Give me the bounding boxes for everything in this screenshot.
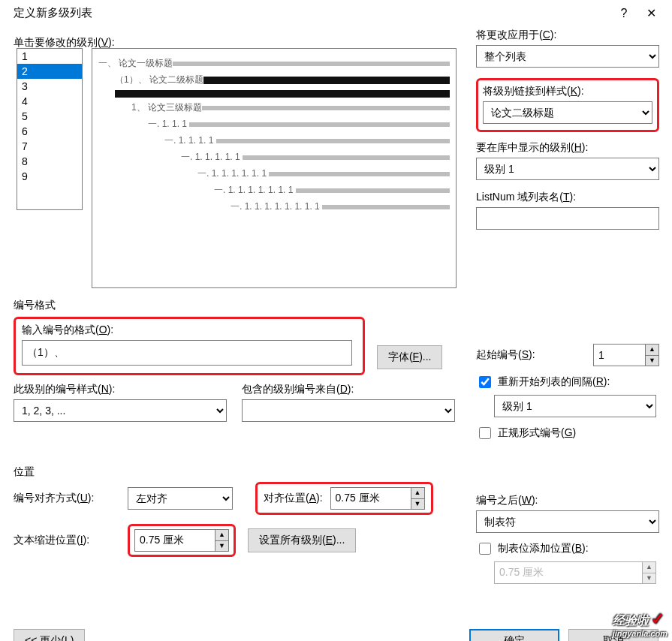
- level-item[interactable]: 4: [17, 94, 82, 109]
- aligned-at-label: 对齐位置(A):: [264, 492, 323, 505]
- start-at-spinner[interactable]: ▲▼: [645, 345, 658, 366]
- level-listbox[interactable]: 123456789: [17, 48, 83, 210]
- link-style-label: 将级别链接到样式(K):: [483, 85, 652, 98]
- link-style-highlight: 将级别链接到样式(K): 论文二级标题: [476, 78, 659, 132]
- listnum-label: ListNum 域列表名(T):: [476, 191, 659, 204]
- apply-to-select[interactable]: 整个列表: [476, 45, 659, 68]
- legal-format-checkbox[interactable]: [479, 427, 491, 439]
- level-item[interactable]: 6: [17, 124, 82, 139]
- tab-stop-checkbox[interactable]: [479, 543, 491, 555]
- number-alignment-label: 编号对齐方式(U):: [14, 492, 119, 505]
- aligned-at-highlight: 对齐位置(A): ▲▼: [255, 482, 433, 515]
- include-level-select[interactable]: [242, 399, 455, 422]
- level-item[interactable]: 1: [17, 49, 82, 64]
- preview-pane: 一、 论文一级标题 （1）、 论文二级标题 1、 论文三级标题 一. 1. 1.…: [92, 48, 457, 288]
- level-item[interactable]: 5: [17, 109, 82, 124]
- level-item[interactable]: 7: [17, 139, 82, 154]
- legal-format-label: 正规形式编号(G): [498, 426, 576, 440]
- include-level-label: 包含的级别编号来自(D):: [242, 383, 455, 396]
- restart-checkbox[interactable]: [479, 376, 491, 388]
- listnum-input[interactable]: [476, 207, 659, 230]
- text-indent-highlight: ▲▼: [128, 524, 236, 557]
- help-button[interactable]: ?: [610, 7, 637, 20]
- position-section: 位置: [14, 465, 659, 479]
- follow-number-label: 编号之后(W):: [476, 494, 659, 507]
- restart-level-select[interactable]: 级别 1: [494, 395, 656, 417]
- start-at-label: 起始编号(S):: [476, 348, 587, 362]
- set-all-levels-button[interactable]: 设置所有级别(E)...: [248, 528, 356, 552]
- close-button[interactable]: ✕: [637, 6, 664, 20]
- enter-number-format-highlight: 输入编号的格式(O):: [14, 317, 365, 375]
- number-format-section: 编号格式: [14, 299, 472, 312]
- number-style-label: 此级别的编号样式(N):: [14, 383, 227, 396]
- ok-button[interactable]: 确定: [469, 629, 559, 641]
- gallery-level-label: 要在库中显示的级别(H):: [476, 141, 659, 155]
- font-button[interactable]: 字体(F)...: [377, 345, 443, 369]
- level-item[interactable]: 9: [17, 169, 82, 184]
- number-alignment-select[interactable]: 左对齐: [128, 487, 233, 510]
- tab-stop-spinner: ▲▼: [642, 562, 655, 583]
- tab-stop-input: [494, 561, 656, 584]
- level-item[interactable]: 3: [17, 79, 82, 94]
- watermark: 经验啦 ✓ jingyanla.com: [613, 609, 667, 638]
- gallery-level-select[interactable]: 级别 1: [476, 158, 659, 180]
- enter-number-format-input[interactable]: [22, 340, 352, 366]
- less-button[interactable]: << 更少(L): [14, 629, 85, 641]
- apply-to-label: 将更改应用于(C):: [476, 29, 659, 42]
- enter-number-format-label: 输入编号的格式(O):: [22, 324, 357, 337]
- follow-number-select[interactable]: 制表符: [476, 510, 659, 533]
- level-item[interactable]: 8: [17, 154, 82, 169]
- tab-stop-label: 制表位添加位置(B):: [498, 542, 589, 555]
- aligned-at-spinner[interactable]: ▲▼: [411, 488, 424, 509]
- text-indent-spinner[interactable]: ▲▼: [215, 530, 228, 551]
- link-style-select[interactable]: 论文二级标题: [483, 101, 652, 124]
- restart-label: 重新开始列表的间隔(R):: [498, 375, 610, 389]
- text-indent-label: 文本缩进位置(I):: [14, 534, 119, 547]
- level-item[interactable]: 2: [17, 64, 82, 79]
- dialog-title: 定义新多级列表: [14, 6, 610, 20]
- number-style-select[interactable]: 1, 2, 3, ...: [14, 399, 227, 422]
